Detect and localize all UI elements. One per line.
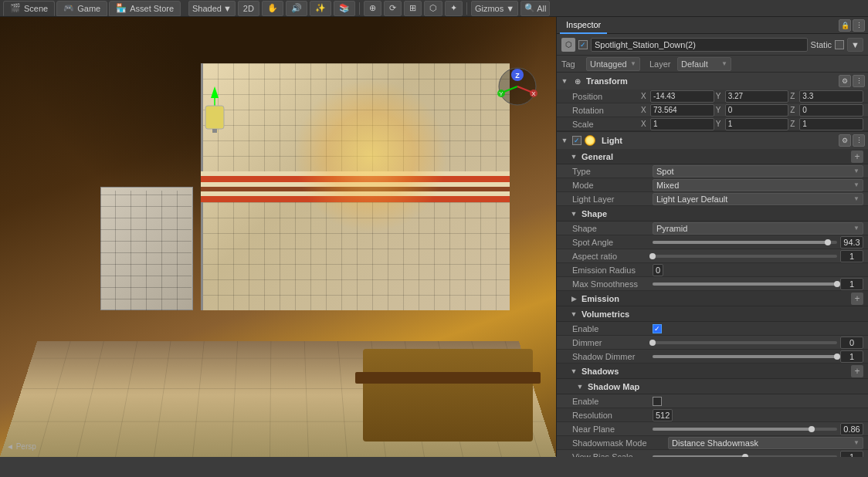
position-x-input[interactable]: -14.43 (650, 90, 714, 103)
type-dropdown[interactable]: Spot ▼ (653, 165, 863, 178)
mode-dropdown[interactable]: Mixed ▼ (653, 179, 863, 191)
shadow-dimmer-slider-thumb[interactable] (834, 354, 840, 360)
spot-angle-label: Spot Angle (572, 238, 649, 247)
object-name-field[interactable]: Spotlight_Station_Down(2) (591, 38, 808, 52)
aspect-ratio-slider-track[interactable] (653, 255, 837, 258)
view-bias-input[interactable]: 1 (840, 451, 863, 458)
search-bar[interactable]: 🔍 All (520, 1, 550, 16)
tab-asset-store[interactable]: 🏪 Asset Store (109, 1, 181, 16)
rotation-xyz: X 73.564 Y 0 Z 0 (641, 104, 863, 117)
layers-button[interactable]: 📚 (334, 1, 355, 16)
shading-dropdown[interactable]: Shaded ▼ (188, 1, 236, 16)
rotation-x-field: X 73.564 (641, 104, 714, 117)
gizmos-dropdown[interactable]: Gizmos ▼ (471, 1, 518, 16)
inspector-more-button[interactable]: ⋮ (853, 19, 865, 32)
dimmer-slider-container: 0 (653, 337, 863, 349)
shadow-dimmer-input[interactable]: 1 (840, 350, 863, 363)
game-tab-label: Game (77, 4, 100, 13)
tab-game[interactable]: 🎮 Game (56, 1, 107, 16)
inspector-lock-button[interactable]: 🔒 (839, 19, 851, 32)
audio-button[interactable]: 🔊 (286, 1, 307, 16)
transform-move-button[interactable]: ⊕ (364, 1, 381, 16)
rotation-z-input[interactable]: 0 (799, 104, 863, 117)
tag-dropdown[interactable]: Untagged ▼ (586, 57, 640, 71)
inspector-content[interactable]: ⬡ Spotlight_Station_Down(2) Static ▼ Tag… (557, 34, 868, 457)
rotation-x-input[interactable]: 73.564 (650, 104, 714, 117)
light-settings-button[interactable]: ⚙ (839, 134, 851, 147)
position-y-input[interactable]: 3.27 (725, 90, 789, 103)
fx-button[interactable]: ✨ (310, 1, 331, 16)
scene-light-glow (293, 79, 448, 233)
scale-z-input[interactable]: 1 (799, 118, 863, 130)
max-smoothness-slider-thumb[interactable] (834, 281, 840, 287)
main-layout: Z Y X ◄ Persp Inspector 🔒 ⋮ (0, 17, 868, 457)
light-expand-icon: ▼ (560, 136, 569, 145)
spot-angle-slider-thumb[interactable] (825, 239, 831, 245)
top-bar: 🎬 Scene 🎮 Game 🏪 Asset Store Shaded ▼ 2D… (0, 0, 868, 17)
near-plane-slider-thumb[interactable] (809, 426, 815, 432)
dimmer-slider-thumb[interactable] (649, 340, 656, 346)
shadows-section-header[interactable]: ▼ Shadows + (557, 364, 868, 379)
transform-settings-button[interactable]: ⚙ (839, 75, 851, 87)
tab-inspector[interactable]: Inspector (560, 17, 607, 34)
object-enabled-checkbox[interactable] (578, 40, 588, 49)
light-more-button[interactable]: ⋮ (853, 134, 865, 147)
layer-dropdown[interactable]: Default ▼ (677, 57, 731, 71)
max-smoothness-slider-track[interactable] (653, 282, 837, 286)
aspect-ratio-slider-thumb[interactable] (649, 253, 656, 259)
light-layer-dropdown[interactable]: Light Layer Default ▼ (653, 193, 863, 205)
mode-value: Mixed ▼ (653, 179, 863, 191)
transform-header[interactable]: ▼ ⊕ Transform ⚙ ⋮ (557, 73, 868, 90)
2d-button[interactable]: 2D (238, 1, 259, 16)
near-plane-input[interactable]: 0.86 (840, 423, 863, 435)
near-plane-slider-track[interactable] (653, 428, 837, 431)
static-checkbox[interactable] (835, 40, 844, 49)
shadow-dimmer-slider-track[interactable] (653, 355, 837, 358)
emission-add-button[interactable]: + (851, 293, 863, 305)
aspect-ratio-input[interactable]: 1 (840, 250, 863, 262)
shape-section-header[interactable]: ▼ Shape (557, 206, 868, 222)
shadows-add-button[interactable]: + (851, 365, 863, 377)
position-z-input[interactable]: 3.3 (799, 90, 863, 103)
view-bias-slider-track[interactable] (653, 455, 837, 458)
emission-section-header[interactable]: ▶ Emission + (557, 291, 868, 306)
shadowmask-mode-dropdown[interactable]: Distance Shadowmask ▼ (668, 437, 863, 449)
transform-rotate-button[interactable]: ⟳ (384, 1, 402, 16)
rotation-y-input[interactable]: 0 (725, 104, 789, 117)
shadow-enable-label: Enable (572, 397, 649, 406)
transform-more-button[interactable]: ⋮ (853, 75, 865, 87)
transform-scale-button[interactable]: ⊞ (404, 1, 422, 16)
general-add-button[interactable]: + (851, 151, 863, 163)
max-smoothness-input[interactable]: 1 (840, 278, 863, 290)
shadow-map-section-header[interactable]: ▼ Shadow Map (557, 379, 868, 394)
shape-dropdown[interactable]: Pyramid ▼ (653, 222, 863, 235)
hand-tool-button[interactable]: ✋ (262, 1, 283, 16)
dimmer-slider-track[interactable] (653, 341, 837, 344)
view-bias-slider-thumb[interactable] (742, 454, 748, 458)
static-dropdown[interactable]: ▼ (847, 38, 863, 52)
gizmos-label: Gizmos ▼ (475, 4, 514, 13)
scene-view[interactable]: Z Y X ◄ Persp (0, 17, 556, 457)
spot-angle-input[interactable]: 94.3 (840, 236, 863, 249)
transform-rect-button[interactable]: ⬡ (424, 1, 442, 16)
svg-text:Z: Z (515, 72, 520, 80)
volumetrics-enable-checkbox[interactable] (653, 324, 662, 333)
dimmer-input[interactable]: 0 (840, 337, 863, 349)
volumetrics-section-header[interactable]: ▼ Volumetrics (557, 306, 868, 322)
rotation-y-field: Y 0 (716, 104, 789, 117)
light-enabled-checkbox[interactable] (572, 136, 581, 145)
resolution-input[interactable]: 512 (653, 409, 673, 421)
tab-scene[interactable]: 🎬 Scene (3, 1, 55, 16)
emission-radius-input[interactable]: 0 (653, 264, 663, 276)
view-bias-slider-fill (653, 455, 745, 458)
shadowmask-arrow-icon: ▼ (853, 439, 860, 446)
shadow-enable-checkbox[interactable] (653, 397, 662, 406)
scale-y-input[interactable]: 1 (725, 118, 789, 130)
spot-angle-slider-track[interactable] (653, 241, 837, 244)
dimmer-label: Dimmer (572, 338, 649, 347)
transform-all-button[interactable]: ✦ (445, 1, 463, 16)
general-section-header[interactable]: ▼ General + (557, 149, 868, 164)
toolbar-separator (359, 2, 360, 15)
scale-x-input[interactable]: 1 (650, 118, 714, 130)
light-component-header[interactable]: ▼ Light ⚙ ⋮ (557, 132, 868, 149)
